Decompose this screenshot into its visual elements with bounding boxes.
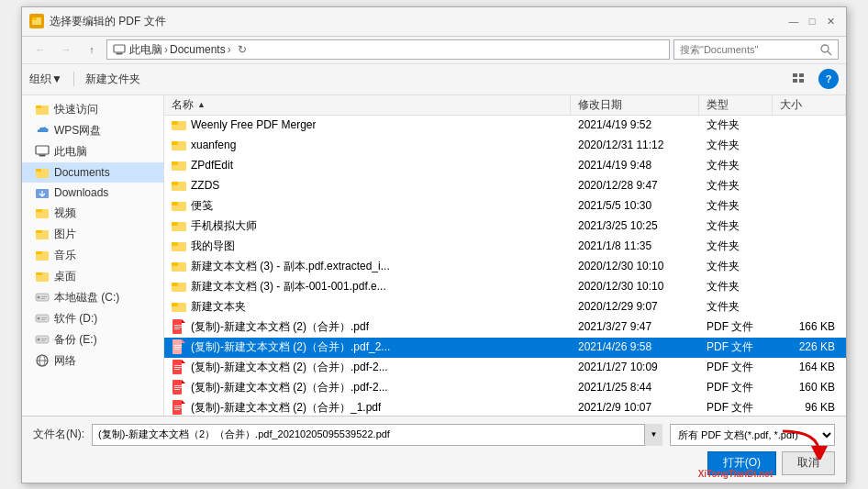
file-name-text: 我的导图 bbox=[191, 239, 235, 254]
table-row[interactable]: 手机模拟大师2021/3/25 10:25文件夹 bbox=[164, 217, 846, 237]
col-header-date[interactable]: 修改日期 bbox=[571, 95, 699, 115]
table-row[interactable]: (复制)-新建文本文档 (2)（合并）_1.pdf2021/2/9 10:07P… bbox=[164, 398, 846, 416]
table-row[interactable]: Weenly Free PDF Merger2021/4/19 9:52文件夹 bbox=[164, 116, 846, 136]
sidebar-icon-local-c bbox=[35, 290, 50, 305]
file-size-cell: 226 KB bbox=[773, 340, 846, 353]
address-bar[interactable]: 此电脑 › Documents › ↻ bbox=[106, 39, 670, 60]
table-row[interactable]: (复制)-新建文本文档 (2)（合并）.pdf-2...2021/1/27 10… bbox=[164, 358, 846, 378]
table-row[interactable]: 新建文本夹2020/12/29 9:07文件夹 bbox=[164, 297, 846, 317]
table-row[interactable]: ZPdfEdit2021/4/19 9:48文件夹 bbox=[164, 156, 846, 176]
svg-rect-24 bbox=[36, 251, 42, 254]
svg-rect-8 bbox=[799, 73, 804, 77]
sidebar-icon-videos bbox=[35, 206, 50, 220]
sidebar-item-music[interactable]: 音乐 bbox=[22, 245, 163, 266]
folder-icon bbox=[172, 259, 186, 273]
svg-marker-78 bbox=[182, 380, 185, 383]
file-name-cell: 新建文本文档 (3) - 副本-001-001.pdf.e... bbox=[164, 279, 571, 295]
forward-button[interactable]: → bbox=[55, 39, 77, 60]
sidebar-label-this-pc: 此电脑 bbox=[54, 144, 87, 160]
minimize-button[interactable]: — bbox=[785, 13, 802, 29]
table-row[interactable]: 新建文本文档 (3) - 副本.pdf.extracted_i...2020/1… bbox=[164, 257, 846, 277]
svg-rect-55 bbox=[172, 242, 178, 246]
col-header-name[interactable]: 名称 ▲ bbox=[164, 95, 571, 115]
svg-rect-57 bbox=[172, 262, 178, 266]
sidebar-item-videos[interactable]: 视频 bbox=[22, 203, 163, 224]
sidebar-item-desktop[interactable]: 桌面 bbox=[22, 266, 163, 287]
file-size-cell: 96 KB bbox=[773, 401, 846, 414]
file-date-cell: 2020/12/30 10:10 bbox=[571, 260, 699, 272]
filename-dropdown-button[interactable]: ▼ bbox=[644, 424, 662, 446]
up-button[interactable]: ↑ bbox=[81, 39, 103, 60]
file-list[interactable]: Weenly Free PDF Merger2021/4/19 9:52文件夹x… bbox=[164, 116, 846, 416]
sidebar-item-downloads[interactable]: Downloads bbox=[22, 183, 163, 203]
folder-icon bbox=[172, 198, 186, 213]
sidebar-item-network[interactable]: 网络 bbox=[22, 350, 163, 372]
help-button[interactable]: ? bbox=[818, 69, 839, 89]
file-name-text: 新建文本文档 (3) - 副本.pdf.extracted_i... bbox=[191, 259, 390, 274]
refresh-button[interactable]: ↻ bbox=[235, 42, 250, 57]
table-row[interactable]: ZZDS2020/12/28 9:47文件夹 bbox=[164, 176, 846, 196]
sidebar-item-this-pc[interactable]: 此电脑 bbox=[22, 141, 163, 162]
file-dialog: 选择要编辑的 PDF 文件 — □ ✕ ← → ↑ 此电脑 › Document… bbox=[21, 6, 847, 483]
sidebar-item-backup-e[interactable]: 备份 (E:) bbox=[22, 329, 163, 350]
file-name-text: 手机模拟大师 bbox=[191, 218, 257, 234]
table-row[interactable]: 我的导图2021/1/8 11:35文件夹 bbox=[164, 237, 846, 257]
sidebar-item-pictures[interactable]: 图片 bbox=[22, 224, 163, 245]
svg-marker-83 bbox=[182, 400, 185, 404]
sidebar-item-quick-access[interactable]: 快速访问 bbox=[22, 99, 163, 120]
file-type-cell: PDF 文件 bbox=[699, 319, 773, 335]
new-folder-button[interactable]: 新建文件夹 bbox=[85, 72, 140, 87]
svg-line-6 bbox=[828, 51, 831, 55]
file-name-text: 便笺 bbox=[191, 198, 213, 214]
sidebar-icon-soft-d bbox=[35, 311, 50, 326]
back-button[interactable]: ← bbox=[29, 39, 51, 60]
file-size-cell: 166 KB bbox=[773, 320, 846, 333]
col-header-type[interactable]: 类型 bbox=[699, 95, 773, 115]
file-name-text: 新建文本夹 bbox=[191, 299, 246, 315]
file-name-cell: ZPdfEdit bbox=[164, 158, 571, 172]
sidebar-item-soft-d[interactable]: 软件 (D:) bbox=[22, 308, 163, 329]
pdf-icon bbox=[172, 400, 186, 415]
svg-rect-85 bbox=[174, 407, 182, 408]
file-name-cell: 新建文本夹 bbox=[164, 299, 571, 315]
file-name-cell: 新建文本文档 (3) - 副本.pdf.extracted_i... bbox=[164, 259, 571, 274]
file-name-cell: (复制)-新建文本文档 (2)（合并）.pdf-2... bbox=[164, 380, 571, 395]
organize-button[interactable]: 组织▼ bbox=[29, 72, 62, 87]
sidebar-icon-this-pc bbox=[35, 144, 50, 159]
toolbar-separator bbox=[73, 72, 74, 86]
sidebar-label-wps-cloud: WPS网盘 bbox=[54, 123, 101, 139]
table-row[interactable]: 便笺2021/5/5 10:30文件夹 bbox=[164, 196, 846, 217]
close-button[interactable]: ✕ bbox=[822, 13, 839, 29]
sidebar-label-downloads: Downloads bbox=[54, 186, 108, 199]
sidebar-label-music: 音乐 bbox=[54, 248, 76, 263]
table-row[interactable]: xuanfeng2020/12/31 11:12文件夹 bbox=[164, 136, 846, 156]
main-panel: 名称 ▲ 修改日期 类型 大小 Weenly Free PDF Merger20… bbox=[164, 95, 846, 416]
sidebar-icon-backup-e bbox=[35, 332, 50, 347]
svg-rect-81 bbox=[174, 389, 180, 390]
table-row[interactable]: 新建文本文档 (3) - 副本-001-001.pdf.e...2020/12/… bbox=[164, 277, 846, 297]
svg-rect-76 bbox=[174, 369, 180, 370]
filename-input[interactable] bbox=[92, 424, 662, 446]
file-name-cell: Weenly Free PDF Merger bbox=[164, 117, 571, 132]
sidebar-icon-quick-access bbox=[35, 102, 50, 117]
svg-rect-47 bbox=[172, 161, 178, 165]
sidebar-item-local-c[interactable]: 本地磁盘 (C:) bbox=[22, 287, 163, 308]
search-input[interactable] bbox=[680, 44, 817, 55]
view-toggle-button[interactable] bbox=[785, 69, 811, 89]
table-row[interactable]: (复制)-新建文本文档 (2)（合并）.pdf2021/3/27 9:47PDF… bbox=[164, 317, 846, 338]
table-row[interactable]: (复制)-新建文本文档 (2)（合并）.pdf_2...2021/4/26 9:… bbox=[164, 338, 846, 358]
sidebar-item-wps-cloud[interactable]: WPS网盘 bbox=[22, 120, 163, 141]
svg-point-32 bbox=[38, 317, 40, 320]
maximize-button[interactable]: □ bbox=[804, 13, 820, 29]
svg-rect-33 bbox=[41, 317, 47, 318]
col-header-size[interactable]: 大小 bbox=[773, 95, 846, 115]
view-icon bbox=[792, 72, 805, 85]
sidebar-item-documents[interactable]: Documents bbox=[22, 162, 163, 183]
file-name-text: (复制)-新建文本文档 (2)（合并）_1.pdf bbox=[191, 400, 381, 416]
breadcrumb-pc[interactable]: 此电脑 bbox=[129, 42, 162, 58]
file-list-header: 名称 ▲ 修改日期 类型 大小 bbox=[164, 95, 846, 116]
file-date-cell: 2020/12/29 9:07 bbox=[571, 300, 699, 313]
arrow-indicator bbox=[773, 427, 829, 460]
breadcrumb-documents[interactable]: Documents bbox=[170, 43, 226, 56]
table-row[interactable]: (复制)-新建文本文档 (2)（合并）.pdf-2...2021/1/25 8:… bbox=[164, 378, 846, 398]
